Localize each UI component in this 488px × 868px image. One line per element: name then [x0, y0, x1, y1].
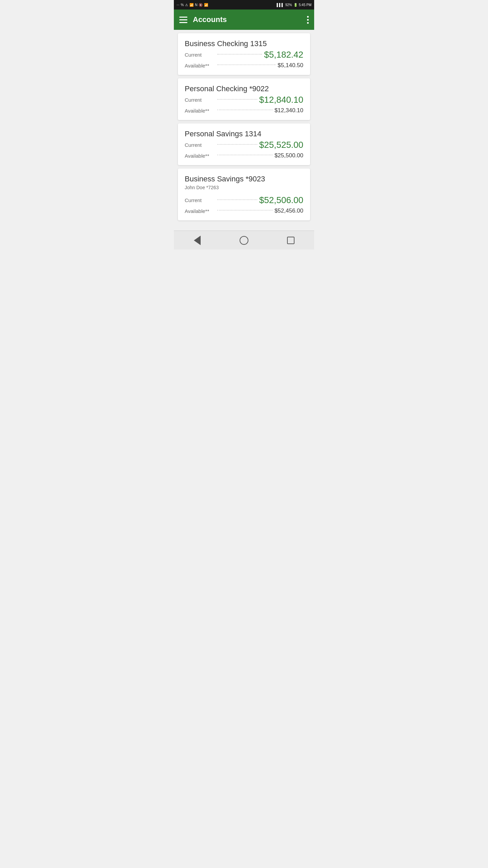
current-label-personal-savings: Current: [185, 142, 215, 148]
app-header: Accounts: [174, 9, 314, 30]
navigation-bar: [174, 231, 314, 250]
back-icon: [194, 236, 201, 245]
silent-icon: 🔇: [199, 3, 203, 7]
signal-icon: ▌▌▌: [277, 3, 284, 7]
battery-icon: 🔋: [293, 3, 298, 7]
more-options-button[interactable]: [307, 16, 309, 24]
percent-icon: %: [181, 3, 184, 7]
status-bar: ··· % ⚠ 📶 N 🔇 📶 ▌▌▌ 92% 🔋 5:45 PM: [174, 0, 314, 9]
current-amount-business-checking: $5,182.42: [264, 50, 303, 60]
notification-icon: ···: [177, 3, 179, 7]
menu-button[interactable]: [179, 17, 187, 23]
account-card-business-savings[interactable]: Business Savings *9023 John Doe *7263 Cu…: [178, 169, 310, 220]
available-label-business-savings: Available**: [185, 208, 215, 214]
account-name-business-savings: Business Savings *9023: [185, 175, 303, 183]
dots-current-personal-checking: [217, 99, 257, 100]
dots-available-business-savings: [217, 210, 272, 211]
current-label-personal-checking: Current: [185, 97, 215, 103]
dots-available-personal-savings: [217, 155, 272, 155]
available-amount-personal-savings: $25,500.00: [274, 152, 303, 159]
nfc-icon: N: [195, 3, 197, 7]
account-balances-business-checking: Current $5,182.42 Available** $5,140.50: [185, 50, 303, 69]
status-bar-left: ··· % ⚠ 📶 N 🔇 📶: [177, 3, 208, 7]
available-amount-business-checking: $5,140.50: [278, 62, 303, 69]
account-card-personal-savings[interactable]: Personal Savings 1314 Current $25,525.00…: [178, 123, 310, 165]
current-balance-row-business-savings: Current $52,506.00: [185, 195, 303, 205]
account-balances-business-savings: Current $52,506.00 Available** $52,456.0…: [185, 195, 303, 214]
available-amount-business-savings: $52,456.00: [274, 208, 303, 214]
current-amount-personal-savings: $25,525.00: [259, 140, 303, 150]
available-balance-row-personal-checking: Available** $12,340.10: [185, 107, 303, 114]
current-balance-row-personal-savings: Current $25,525.00: [185, 140, 303, 150]
wifi-icon: 📶: [204, 3, 208, 7]
current-balance-row-business-checking: Current $5,182.42: [185, 50, 303, 60]
available-label-personal-savings: Available**: [185, 153, 215, 159]
accounts-list: Business Checking 1315 Current $5,182.42…: [174, 30, 314, 231]
account-name-personal-savings: Personal Savings 1314: [185, 130, 303, 138]
recent-icon: [287, 237, 294, 244]
home-button[interactable]: [237, 234, 251, 247]
dots-current-business-savings: [217, 199, 257, 200]
dots-available-personal-checking: [217, 110, 272, 110]
account-name-business-checking: Business Checking 1315: [185, 39, 303, 48]
available-label-business-checking: Available**: [185, 63, 215, 68]
account-card-personal-checking[interactable]: Personal Checking *9022 Current $12,840.…: [178, 78, 310, 120]
available-balance-row-business-checking: Available** $5,140.50: [185, 62, 303, 69]
status-bar-right: ▌▌▌ 92% 🔋 5:45 PM: [277, 3, 311, 7]
account-subtitle-business-savings: John Doe *7263: [185, 185, 303, 190]
available-label-personal-checking: Available**: [185, 108, 215, 114]
bluetooth-icon: 📶: [189, 3, 194, 7]
time: 5:45 PM: [299, 3, 311, 7]
dots-available-business-checking: [217, 64, 276, 65]
back-button[interactable]: [190, 234, 204, 247]
current-label-business-savings: Current: [185, 197, 215, 203]
available-balance-row-business-savings: Available** $52,456.00: [185, 208, 303, 214]
account-card-business-checking[interactable]: Business Checking 1315 Current $5,182.42…: [178, 33, 310, 75]
account-name-personal-checking: Personal Checking *9022: [185, 84, 303, 93]
battery-percent: 92%: [285, 3, 292, 7]
dots-current-personal-savings: [217, 144, 257, 145]
account-balances-personal-checking: Current $12,840.10 Available** $12,340.1…: [185, 95, 303, 114]
available-balance-row-personal-savings: Available** $25,500.00: [185, 152, 303, 159]
current-balance-row-personal-checking: Current $12,840.10: [185, 95, 303, 105]
page-title: Accounts: [193, 15, 307, 24]
home-icon: [240, 236, 248, 245]
account-balances-personal-savings: Current $25,525.00 Available** $25,500.0…: [185, 140, 303, 159]
current-amount-business-savings: $52,506.00: [259, 195, 303, 205]
alert-icon: ⚠: [185, 3, 188, 7]
recent-apps-button[interactable]: [284, 234, 298, 247]
dots-current-business-checking: [217, 54, 262, 55]
current-label-business-checking: Current: [185, 52, 215, 58]
available-amount-personal-checking: $12,340.10: [274, 107, 303, 114]
current-amount-personal-checking: $12,840.10: [259, 95, 303, 105]
